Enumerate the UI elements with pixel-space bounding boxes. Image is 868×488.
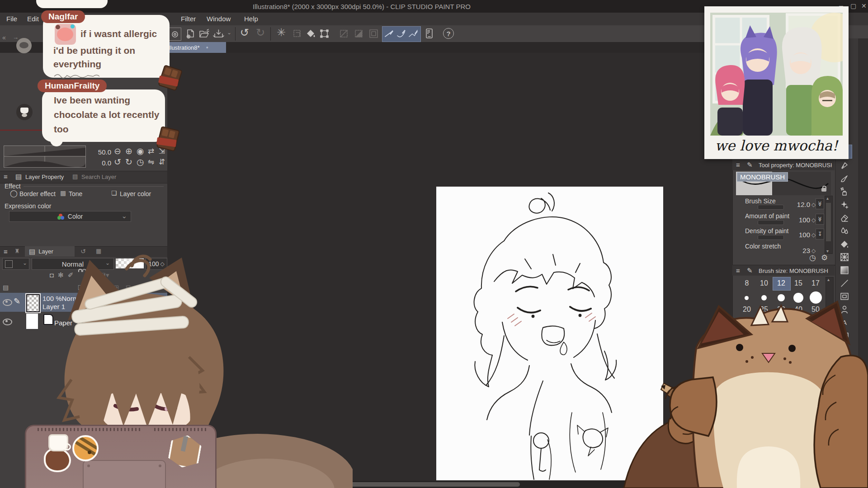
- param-expand-button[interactable]: ≫: [816, 214, 824, 225]
- tone-icon[interactable]: ▩: [60, 190, 66, 196]
- tool-brush-icon[interactable]: [838, 172, 851, 185]
- scroll-up-icon[interactable]: ▴: [826, 196, 829, 201]
- zoom-reset-icon[interactable]: ◉: [137, 147, 144, 155]
- layer-visibility-icon[interactable]: [3, 299, 12, 306]
- select-area-icon[interactable]: [292, 28, 303, 42]
- window-title: Illustration8* (2000 x 3000px 300dpi 50.…: [0, 3, 723, 10]
- snap-to-grid-icon[interactable]: [408, 28, 420, 41]
- menu-file[interactable]: File: [6, 15, 17, 23]
- tool-property-menu-icon[interactable]: ≡: [736, 161, 740, 168]
- brush-size-option[interactable]: 10: [756, 279, 772, 287]
- border-effect-icon[interactable]: ◯: [10, 190, 18, 197]
- menu-edit[interactable]: Edit: [27, 15, 39, 23]
- tool-gradient-icon[interactable]: [838, 263, 851, 277]
- scroll-down-icon[interactable]: ▾: [826, 249, 829, 253]
- undo-icon[interactable]: ↺: [240, 27, 249, 38]
- save-icon[interactable]: [212, 28, 225, 42]
- csp-logo-icon[interactable]: [168, 28, 181, 41]
- param-value[interactable]: 12.0: [795, 201, 810, 208]
- collapse-dock-icon[interactable]: «: [2, 34, 6, 41]
- border-effect-label[interactable]: Border effect: [19, 190, 56, 197]
- selected-tool-name[interactable]: MONOBRUSH: [737, 172, 788, 182]
- tool-pen-icon[interactable]: [838, 159, 851, 172]
- navigator-zoom-value[interactable]: 50.0: [90, 148, 111, 156]
- tab-modified-dot[interactable]: ●: [206, 45, 208, 50]
- transform-icon[interactable]: [319, 28, 330, 42]
- brush-size-option[interactable]: 12: [773, 279, 789, 287]
- menu-window[interactable]: Window: [207, 15, 231, 23]
- help-icon[interactable]: ?: [443, 28, 454, 39]
- fit-to-screen-icon[interactable]: ⇄: [148, 147, 154, 155]
- flip-vertical-icon[interactable]: ⇵: [159, 158, 165, 166]
- brush-size-option[interactable]: 8: [739, 279, 755, 287]
- param-value[interactable]: 100: [795, 216, 810, 224]
- expression-color-dropdown[interactable]: Color ⌄: [9, 211, 131, 222]
- expand-dock-icon[interactable]: →: [13, 34, 19, 40]
- tone-label[interactable]: Tone: [69, 190, 82, 197]
- layer-list-view-icon[interactable]: ▤: [3, 284, 9, 291]
- menu-filter[interactable]: Filter: [181, 15, 196, 23]
- param-stepper-icon[interactable]: ◇: [811, 232, 816, 238]
- open-file-icon[interactable]: [198, 28, 211, 42]
- rotate-right-icon[interactable]: ↻: [125, 158, 132, 166]
- new-file-icon[interactable]: [184, 28, 196, 42]
- reset-settings-icon[interactable]: ◷: [809, 254, 816, 262]
- invert-selection-icon[interactable]: [353, 28, 365, 42]
- preview-lock-icon[interactable]: [821, 188, 826, 192]
- navigator-rotation-value[interactable]: 0.0: [90, 159, 111, 167]
- navigator-preview[interactable]: [4, 145, 86, 168]
- document-tab[interactable]: Illustration8* ●: [164, 42, 226, 53]
- brush-size-option[interactable]: 17: [807, 279, 824, 287]
- param-slider[interactable]: [758, 205, 784, 210]
- param-expand-button[interactable]: ≫: [816, 198, 824, 209]
- horizontal-scrollbar-thumb[interactable]: [348, 482, 520, 487]
- redo-icon[interactable]: ↻: [256, 27, 265, 38]
- companion-app-icon[interactable]: [424, 28, 435, 42]
- tool-perspective-grid-icon[interactable]: [838, 250, 851, 263]
- tool-line-icon[interactable]: [838, 277, 851, 290]
- layer-visibility-icon[interactable]: [3, 319, 12, 325]
- snap-to-ruler-icon[interactable]: [383, 28, 395, 41]
- layer-property-menu-icon[interactable]: ≡: [4, 173, 8, 180]
- param-slider[interactable]: [758, 220, 784, 225]
- maximize-button[interactable]: ▢: [850, 2, 856, 9]
- deselect-icon[interactable]: [338, 28, 350, 42]
- tool-property-title: Tool property: MONOBRUSH: [759, 162, 832, 169]
- layer-color-icon[interactable]: ❏: [111, 190, 117, 196]
- chat-avatar: [16, 38, 32, 53]
- tool-eraser-icon[interactable]: [838, 211, 851, 224]
- chat-line: Ive been wanting: [54, 95, 130, 106]
- flip-horizontal-icon[interactable]: ⇋: [148, 158, 154, 166]
- brush-size-option[interactable]: 15: [790, 279, 807, 287]
- param-value[interactable]: 23: [795, 247, 810, 254]
- tab-layer-property[interactable]: Layer Property: [25, 174, 64, 180]
- tab-search-layer[interactable]: Search Layer: [81, 174, 116, 180]
- menu-help[interactable]: Help: [244, 15, 258, 23]
- scroll-thumb[interactable]: [826, 203, 831, 241]
- reset-rotation-icon[interactable]: ◷: [137, 158, 144, 166]
- layer-color-label[interactable]: Layer color: [120, 190, 151, 197]
- param-source-button[interactable]: ↧: [816, 229, 824, 239]
- tool-blend-icon[interactable]: [838, 224, 851, 237]
- snap-to-special-ruler-icon[interactable]: [396, 28, 407, 41]
- zoom-in-icon[interactable]: ⊕: [125, 147, 132, 155]
- fill-tool-icon[interactable]: [305, 28, 317, 42]
- zoom-out-icon[interactable]: ⊖: [114, 147, 121, 155]
- tool-fill-icon[interactable]: [838, 237, 851, 250]
- laptop-vents: [154, 428, 208, 431]
- param-stepper-icon[interactable]: ◇: [811, 248, 816, 254]
- advanced-settings-icon[interactable]: ⚙: [821, 254, 828, 262]
- save-menu-chevron-icon[interactable]: ⌄: [227, 30, 231, 35]
- scroll-up-icon[interactable]: ▴: [827, 277, 830, 282]
- cat-plushie-overlay: [542, 298, 868, 488]
- tool-airbrush-icon[interactable]: [838, 185, 851, 198]
- tool-property-scrollbar[interactable]: ▴ ▾: [825, 196, 833, 254]
- selection-border-icon[interactable]: [368, 28, 380, 42]
- tool-decoration-icon[interactable]: [838, 198, 851, 211]
- rotate-left-icon[interactable]: ↺: [114, 158, 121, 166]
- brush-size-menu-icon[interactable]: ≡: [736, 267, 740, 274]
- close-button[interactable]: ✕: [861, 2, 867, 9]
- layer-panel-menu-icon[interactable]: ≡: [4, 248, 8, 255]
- param-value[interactable]: 100: [795, 231, 810, 239]
- param-slider[interactable]: [758, 235, 784, 240]
